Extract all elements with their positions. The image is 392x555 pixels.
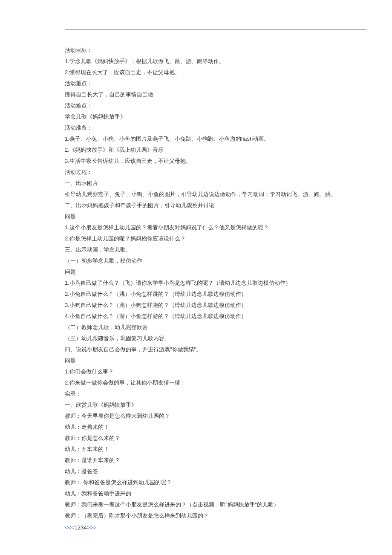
- body-line: 三、出示动画，学念儿歌。: [65, 244, 366, 255]
- body-line: 学念儿歌《妈妈快放手》: [65, 111, 366, 122]
- body-line: 问题: [65, 355, 366, 366]
- document-body: 活动目标：1.学念儿歌《妈妈快放手》，根据儿歌做飞、跳、游、跑等动作。2.懂得现…: [65, 45, 366, 521]
- document-page: 活动目标：1.学念儿歌《妈妈快放手》，根据儿歌做飞、跳、游、跑等动作。2.懂得现…: [0, 0, 392, 550]
- body-line: 2.你是怎样上幼儿园的呢？妈妈抱你应该说什么？: [65, 233, 366, 244]
- body-line: 四、说说小朋友自己会做的事，并进行游戏"你做我猜"。: [65, 344, 366, 355]
- body-line: 活动难点：: [65, 100, 366, 111]
- body-line: 活动重点：: [65, 78, 366, 89]
- body-line: 幼儿：开车来的！: [65, 444, 366, 455]
- body-line: 教师：你是怎么来的？: [65, 433, 366, 444]
- body-line: 幼儿：走着来的！: [65, 422, 366, 433]
- body-line: 活动目标：: [65, 45, 366, 56]
- body-line: 幼儿：是爸爸: [65, 466, 366, 477]
- body-line: 1.学念儿歌《妈妈快放手》，根据儿歌做飞、跳、游、跑等动作。: [65, 56, 366, 67]
- body-line: 教师：是谁开车来的？: [65, 455, 366, 466]
- body-line: 1.燕子、小兔、小狗、小鱼的图片及燕子飞、小兔跳、小狗跑、小鱼游的flash动画…: [65, 133, 366, 145]
- body-line: 教师：（看完后）刚才那个小朋友是怎么样来到幼儿园的？: [65, 510, 366, 521]
- body-line: 教师：我们来看一看这个小朋友是怎么样进来的？（点击视频，听"妈妈快放手"的儿歌）: [65, 499, 366, 510]
- body-line: （一）初步学念儿歌，模仿动作: [65, 255, 366, 266]
- body-line: 2.小兔自己做什么？（跳）小兔怎样跳的？（请幼儿边念儿歌边模仿动作）: [65, 289, 366, 300]
- body-line: 问题: [65, 266, 366, 278]
- body-line: 懂得自己长大了，自己的事情自己做: [65, 89, 366, 100]
- body-line: 4.小鱼自己做什么？（游）小鱼怎样游的？（请幼儿边念儿歌边模仿动作）: [65, 311, 366, 322]
- body-line: 一、欣赏儿歌《妈妈快放手》: [65, 399, 366, 410]
- body-line: 教师： 你和爸爸是怎么样进到幼儿园的呢？: [65, 477, 366, 488]
- pagination: <<<1234>>>: [65, 522, 366, 533]
- body-line: 引导幼儿观察燕子、兔子、小狗、小鱼的图片，引导幼儿边说边做动作，学习动词：学习动…: [65, 189, 366, 200]
- pagination-numbers[interactable]: 1234: [75, 524, 87, 531]
- body-line: 1.小鸟自己做了什么？（飞）请你来学学小鸟是怎样飞的呢？（请幼儿边念儿歌边模仿动…: [65, 278, 366, 289]
- body-line: 幼儿：我和爸爸领手进来的: [65, 488, 366, 499]
- body-line: 1.这个小朋友是怎样上幼儿园的？看看小朋友对妈妈说了什么？他又是怎样做的呢？: [65, 222, 366, 233]
- body-line: 实录：: [65, 388, 366, 399]
- body-line: 3.生活中家长告诉幼儿，应该自己走，不让父母抱。: [65, 156, 366, 167]
- body-line: 3.小狗自己做什么？（跑）小狗怎样跑的？（请幼儿边念儿歌边模仿动作）: [65, 300, 366, 311]
- body-line: 1.你们会做什么事？: [65, 366, 366, 377]
- body-line: 2.懂得现在长大了，应该自己走，不让父母抱。: [65, 67, 366, 78]
- body-line: 活动过程：: [65, 167, 366, 178]
- body-line: 2.《妈妈快放手》和《我上幼儿园》音乐: [65, 145, 366, 156]
- pagination-next-arrows[interactable]: >>>: [87, 524, 97, 531]
- body-line: 2.你来做一做你会做的事，让其他小朋友猜一猜！: [65, 377, 366, 388]
- body-line: 二、出示妈妈抱孩子和牵孩子手的图片，引导幼儿观察并讨论: [65, 200, 366, 211]
- body-line: 活动准备：: [65, 122, 366, 133]
- horizontal-rule: [65, 29, 366, 29]
- body-line: （二）教师念儿歌，幼儿完整欣赏: [65, 322, 366, 333]
- body-line: （三）幼儿跟随音乐，巩固复习儿歌内容。: [65, 333, 366, 344]
- body-line: 教师：今天早晨你是怎么样来到幼儿园的？: [65, 410, 366, 422]
- pagination-prev-arrows[interactable]: <<<: [65, 524, 75, 531]
- body-line: 问题: [65, 211, 366, 222]
- body-line: 一、出示图片: [65, 178, 366, 189]
